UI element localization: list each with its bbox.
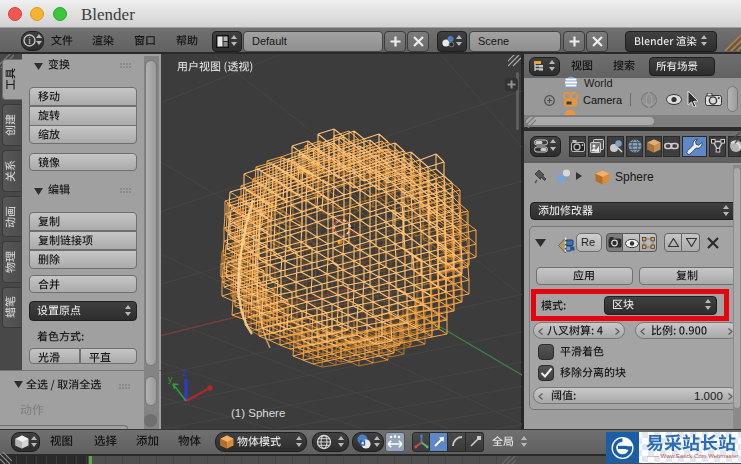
svg-text:i: i bbox=[28, 36, 31, 46]
svg-text:z: z bbox=[183, 367, 188, 378]
svg-text:y: y bbox=[168, 374, 173, 384]
